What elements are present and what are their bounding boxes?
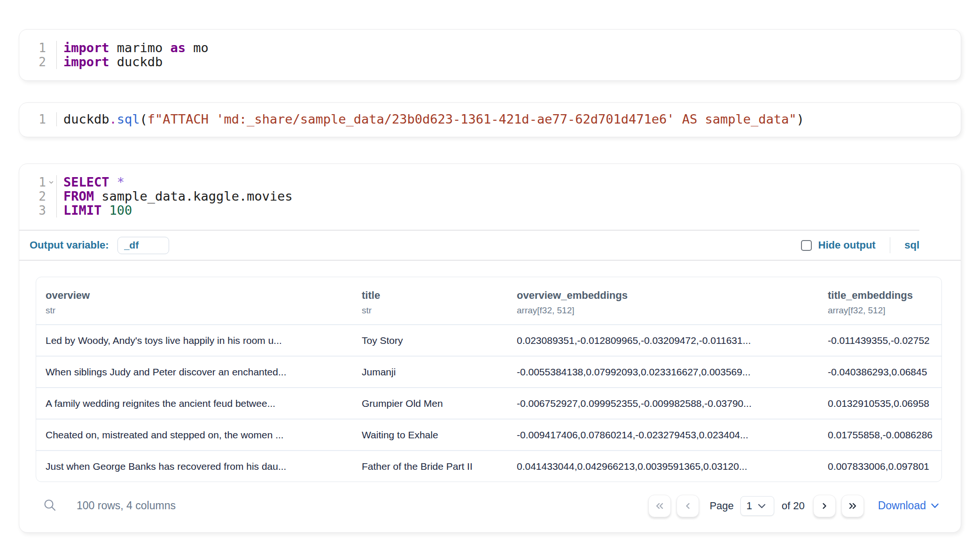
page-total-label: of 20 — [782, 500, 805, 512]
code-text: SELECT * — [57, 175, 124, 189]
sql-code-editor[interactable]: 1SELECT *2FROM sample_data.kaggle.movies… — [19, 164, 961, 230]
chevron-right-icon — [818, 500, 831, 512]
column-name: title_embeddings — [828, 289, 938, 302]
table-row[interactable]: A family wedding reignites the ancient f… — [36, 387, 941, 419]
table-cell: Jumanji — [352, 357, 507, 387]
hide-output-label[interactable]: Hide output — [818, 239, 876, 251]
output-variable-label: Output variable: — [30, 239, 109, 251]
table-cell: -0.009417406,0.07860214,-0.023279453,0.0… — [507, 420, 818, 450]
sql-cell-footer: Output variable: Hide output sql — [19, 231, 961, 260]
output-divider — [19, 260, 961, 261]
page-select-value: 1 — [747, 500, 752, 512]
chevron-down-icon — [758, 503, 766, 509]
line-number: 3 — [19, 203, 46, 218]
line-number-gutter: 1 — [19, 112, 57, 126]
chevron-down-icon — [931, 503, 939, 509]
last-page-button[interactable] — [841, 495, 864, 517]
code-editor[interactable]: 1import marimo as mo2import duckdb — [19, 30, 961, 69]
table-cell: Just when George Banks has recovered fro… — [36, 451, 352, 482]
table-cell: Led by Woody, Andy's toys live happily i… — [36, 325, 352, 356]
code-cell-imports: 1import marimo as mo2import duckdb — [19, 29, 961, 81]
table-cell: -0.040386293,0.06845 — [818, 357, 941, 387]
column-header-title_embeddings[interactable]: title_embeddingsarray[f32, 512] — [818, 277, 941, 324]
line-number-gutter: 1 — [19, 175, 57, 189]
line-number: 1 — [19, 112, 46, 126]
code-text: duckdb.sql(f"ATTACH 'md:_share/sample_da… — [57, 112, 804, 126]
code-text: LIMIT 100 — [57, 203, 132, 218]
output-variable-input[interactable] — [117, 237, 169, 254]
hide-output-checkbox[interactable] — [801, 240, 812, 251]
footer-separator — [890, 237, 891, 253]
column-name: overview_embeddings — [517, 289, 815, 302]
line-number: 1 — [19, 41, 46, 55]
chevron-left-icon — [682, 500, 694, 512]
table-row[interactable]: Led by Woody, Andy's toys live happily i… — [36, 324, 941, 356]
search-icon[interactable] — [43, 498, 57, 514]
column-name: overview — [46, 289, 349, 302]
table-cell: -0.006752927,0.099952355,-0.009982588,-0… — [507, 388, 818, 419]
double-chevron-left-icon — [653, 500, 666, 512]
table-cell: 0.023089351,-0.012809965,-0.03209472,-0.… — [507, 325, 818, 356]
column-header-overview_embeddings[interactable]: overview_embeddingsarray[f32, 512] — [507, 277, 818, 324]
code-line: 2import duckdb — [19, 55, 961, 69]
table-cell: Cheated on, mistreated and stepped on, t… — [36, 420, 352, 450]
table-cell: A family wedding reignites the ancient f… — [36, 388, 352, 419]
page-label: Page — [709, 500, 733, 512]
code-cell-attach: 1duckdb.sql(f"ATTACH 'md:_share/sample_d… — [19, 102, 961, 137]
code-line: 2FROM sample_data.kaggle.movies — [19, 189, 961, 203]
table-row[interactable]: When siblings Judy and Peter discover an… — [36, 356, 941, 387]
code-editor[interactable]: 1duckdb.sql(f"ATTACH 'md:_share/sample_d… — [19, 103, 961, 126]
row-count-summary: 100 rows, 4 columns — [77, 499, 176, 512]
table-cell: 0.0132910535,0.06958 — [818, 388, 941, 419]
line-number-gutter: 1 — [19, 41, 57, 55]
table-cell: 0.041433044,0.042966213,0.0039591365,0.0… — [507, 451, 818, 482]
code-line: 1SELECT * — [19, 175, 961, 189]
table-cell: 0.01755858,-0.0086286 — [818, 420, 941, 450]
double-chevron-right-icon — [847, 500, 859, 512]
page-select[interactable]: 1 — [740, 496, 774, 516]
line-number-gutter: 3 — [19, 203, 57, 218]
column-type: array[f32, 512] — [828, 305, 938, 316]
code-line: 3LIMIT 100 — [19, 203, 961, 218]
result-table: overviewstrtitlestroverview_embeddingsar… — [36, 277, 942, 482]
column-header-overview[interactable]: overviewstr — [36, 277, 352, 324]
column-type: array[f32, 512] — [517, 305, 815, 316]
next-page-button[interactable] — [813, 495, 836, 517]
line-number: 2 — [19, 189, 46, 203]
table-cell: Grumpier Old Men — [352, 388, 507, 419]
sql-cell: 1SELECT *2FROM sample_data.kaggle.movies… — [19, 163, 961, 533]
table-cell: When siblings Judy and Peter discover an… — [36, 357, 352, 387]
code-line: 1import marimo as mo — [19, 41, 961, 55]
line-number-gutter: 2 — [19, 55, 57, 69]
code-line: 1duckdb.sql(f"ATTACH 'md:_share/sample_d… — [19, 112, 961, 126]
line-number: 1 — [19, 175, 46, 189]
column-type: str — [362, 305, 504, 316]
table-cell: Father of the Bride Part II — [352, 451, 507, 482]
download-label: Download — [878, 499, 926, 512]
table-cell: 0.007833006,0.097801 — [818, 451, 941, 482]
table-body: Led by Woody, Andy's toys live happily i… — [36, 324, 941, 482]
table-status-bar: 100 rows, 4 columns Page 1 of 20 — [19, 482, 961, 532]
code-text: import marimo as mo — [57, 41, 209, 55]
table-row[interactable]: Just when George Banks has recovered fro… — [36, 450, 941, 482]
table-cell: -0.011439355,-0.02752 — [818, 325, 941, 356]
table-header-row: overviewstrtitlestroverview_embeddingsar… — [36, 277, 941, 324]
column-type: str — [46, 305, 349, 316]
column-name: title — [362, 289, 504, 302]
column-header-title[interactable]: titlestr — [352, 277, 507, 324]
download-button[interactable]: Download — [878, 499, 939, 512]
line-number-gutter: 2 — [19, 189, 57, 203]
table-cell: -0.0055384138,0.07992093,0.023316627,0.0… — [507, 357, 818, 387]
line-number: 2 — [19, 55, 46, 69]
table-cell: Toy Story — [352, 325, 507, 356]
table-row[interactable]: Cheated on, mistreated and stepped on, t… — [36, 419, 941, 450]
code-text: import duckdb — [57, 55, 163, 69]
table-cell: Waiting to Exhale — [352, 420, 507, 450]
code-text: FROM sample_data.kaggle.movies — [57, 189, 293, 203]
language-badge: sql — [904, 239, 919, 251]
first-page-button[interactable] — [648, 495, 671, 517]
previous-page-button[interactable] — [677, 495, 699, 517]
fold-chevron-icon[interactable] — [46, 179, 56, 186]
